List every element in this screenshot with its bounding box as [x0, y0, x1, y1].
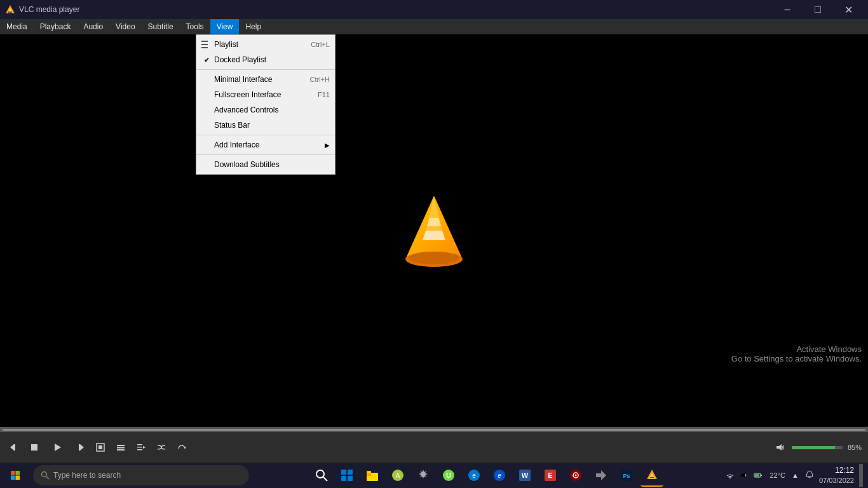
taskbar-search-icon[interactable] [310, 464, 333, 487]
taskbar-vlc-icon[interactable] [641, 464, 663, 487]
menu-docked-playlist[interactable]: ✔ Docked Playlist [196, 52, 335, 67]
tray-notification-icon[interactable] [803, 470, 817, 480]
tray-expand-icon[interactable]: ▲ [790, 471, 800, 479]
taskbar-edge-icon[interactable]: e [488, 464, 511, 487]
separator-2 [196, 135, 335, 135]
minimal-shortcut: Ctrl+H [310, 76, 330, 83]
svg-point-33 [316, 470, 324, 478]
menu-item-view[interactable]: View [210, 19, 240, 34]
volume-fill [792, 446, 835, 449]
vlc-logo [399, 189, 469, 272]
menu-item-subtitle[interactable]: Subtitle [142, 19, 180, 34]
menu-item-playback[interactable]: Playback [34, 19, 78, 34]
taskbar-right: 22°C ▲ 12:12 07/03/2022 [724, 464, 868, 487]
menu-item-help[interactable]: Help [239, 19, 268, 34]
activate-windows-text: Activate Windows Go to Settings to activ… [731, 344, 862, 363]
tray-network-icon[interactable] [724, 469, 736, 482]
svg-text:A: A [395, 472, 400, 479]
seek-bar[interactable] [0, 427, 868, 432]
add-interface-label: Add Interface [214, 140, 325, 149]
taskbar-word-icon[interactable]: W [513, 464, 536, 487]
system-tray [724, 469, 764, 482]
maximize-button[interactable]: □ [803, 0, 832, 19]
svg-text:E: E [548, 471, 552, 479]
svg-rect-2 [8, 11, 12, 13]
vlc-app-icon [5, 4, 15, 15]
menu-advanced-controls[interactable]: Advanced Controls [196, 102, 335, 118]
menu-minimal-interface[interactable]: Minimal Interface Ctrl+H [196, 72, 335, 87]
taskbar-android-icon[interactable]: A [386, 464, 409, 487]
show-desktop-button[interactable] [859, 464, 863, 487]
svg-point-57 [574, 475, 576, 477]
seek-bar-inner [3, 429, 865, 431]
playlist-toggle-button[interactable] [132, 438, 150, 456]
view-dropdown-menu: Playlist Ctrl+L ✔ Docked Playlist Minima… [196, 34, 336, 175]
svg-rect-35 [341, 470, 346, 475]
menu-item-audio[interactable]: Audio [77, 19, 109, 34]
close-button[interactable]: ✕ [834, 0, 863, 19]
temperature-display: 22°C [767, 471, 788, 479]
taskbar-explorer-icon[interactable] [361, 464, 384, 487]
taskbar-clock[interactable]: 12:12 07/03/2022 [819, 466, 854, 485]
stop-button[interactable] [25, 438, 43, 456]
svg-rect-29 [11, 476, 15, 480]
menu-item-video[interactable]: Video [109, 19, 141, 34]
svg-point-31 [42, 472, 47, 477]
taskbar-podcast-icon[interactable] [564, 464, 587, 487]
search-placeholder: Type here to search [53, 471, 121, 480]
minimize-button[interactable]: – [773, 0, 802, 19]
svg-marker-14 [80, 444, 84, 451]
tray-battery-icon[interactable] [752, 469, 764, 482]
svg-line-32 [46, 477, 49, 479]
controls-bar: 85% [0, 427, 868, 463]
taskbar-search[interactable]: Type here to search [33, 465, 249, 485]
tray-volume-icon[interactable] [738, 469, 750, 482]
taskbar-settings-icon[interactable] [412, 464, 435, 487]
playlist-label: Playlist [214, 40, 298, 49]
svg-rect-18 [117, 445, 125, 446]
volume-bar[interactable] [792, 446, 843, 449]
svg-rect-37 [341, 476, 346, 481]
controls-buttons: 85% [0, 432, 868, 463]
menu-download-subtitles[interactable]: Download Subtitles [196, 157, 335, 172]
start-button[interactable] [0, 463, 31, 488]
random-button[interactable] [153, 438, 170, 456]
menu-item-tools[interactable]: Tools [180, 19, 210, 34]
clock-date: 07/03/2022 [819, 476, 854, 485]
svg-rect-41 [367, 471, 371, 473]
svg-rect-38 [348, 476, 353, 481]
svg-rect-19 [117, 447, 125, 449]
taskbar-other-icon[interactable] [590, 464, 613, 487]
taskbar-photoshop-icon[interactable]: Ps [615, 464, 638, 487]
add-interface-arrow-icon: ▶ [325, 142, 330, 149]
playlist-icon [201, 41, 208, 48]
play-button[interactable] [46, 436, 69, 459]
fullscreen-interface-label: Fullscreen Interface [214, 90, 305, 99]
menu-fullscreen-interface[interactable]: Fullscreen Interface F11 [196, 87, 335, 102]
docked-check-icon: ✔ [201, 56, 212, 64]
volume-icon[interactable] [771, 438, 789, 456]
taskbar-taskview-icon[interactable] [336, 464, 358, 487]
menu-add-interface[interactable]: Add Interface ▶ [196, 137, 335, 152]
svg-text:W: W [522, 471, 529, 479]
svg-rect-15 [79, 444, 80, 451]
svg-line-34 [323, 477, 327, 481]
fullscreen-button[interactable] [92, 438, 109, 456]
taskbar-upwork-icon[interactable]: U [437, 464, 460, 487]
menu-item-media[interactable]: Media [0, 19, 34, 34]
extended-settings-button[interactable] [112, 438, 130, 456]
svg-text:U: U [446, 471, 451, 479]
loop-button[interactable] [173, 438, 191, 456]
menu-status-bar[interactable]: Status Bar [196, 118, 335, 133]
fullscreen-shortcut: F11 [318, 91, 330, 98]
next-button[interactable] [71, 438, 89, 456]
taskbar-red-app-icon[interactable]: E [539, 464, 562, 487]
svg-point-8 [409, 252, 459, 264]
svg-rect-12 [31, 444, 37, 451]
menu-playlist[interactable]: Playlist Ctrl+L [196, 37, 335, 52]
previous-button[interactable] [5, 438, 23, 456]
svg-marker-26 [776, 444, 782, 451]
clock-time: 12:12 [819, 466, 854, 476]
taskbar-edge-chromium-icon[interactable]: e [463, 464, 485, 487]
status-bar-label: Status Bar [214, 121, 330, 130]
